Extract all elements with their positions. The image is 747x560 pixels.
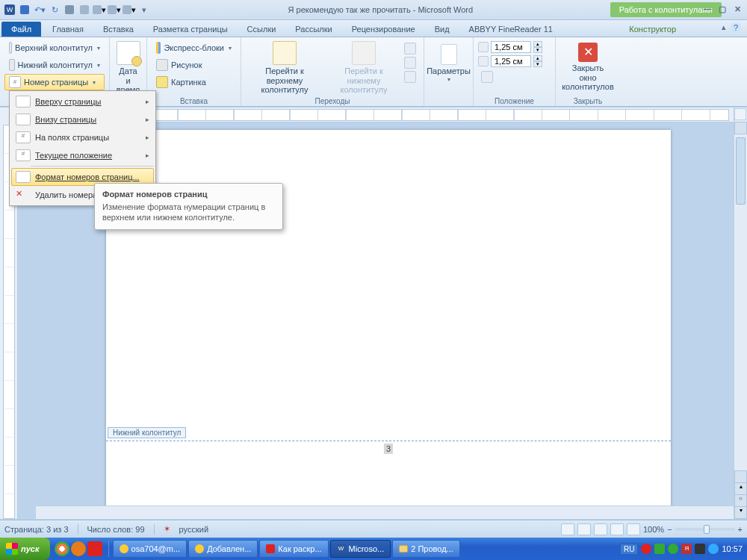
ql-chrome-icon[interactable] bbox=[55, 541, 69, 556]
preview-icon[interactable] bbox=[78, 3, 91, 16]
task-chrome[interactable]: osa704@m... bbox=[113, 540, 187, 558]
task-word[interactable]: WMicroso... bbox=[330, 540, 391, 558]
footer-label-tag: Нижний колонтитул bbox=[108, 427, 186, 438]
task-opera[interactable]: Как раскр... bbox=[259, 540, 328, 558]
page-number-button[interactable]: #Номер страницы bbox=[4, 74, 105, 90]
tray-icon[interactable] bbox=[708, 544, 719, 554]
link-previous-icon[interactable] bbox=[404, 71, 416, 83]
tab-references[interactable]: Ссылки bbox=[238, 22, 286, 37]
close-hf-label1: Закрыть окно bbox=[565, 63, 611, 82]
tab-abbyy[interactable]: ABBYY FineReader 11 bbox=[459, 22, 562, 37]
tab-layout[interactable]: Разметка страницы bbox=[143, 22, 238, 37]
tab-file[interactable]: Файл bbox=[1, 22, 41, 37]
browse-object-button[interactable]: ○ bbox=[734, 494, 747, 507]
next-section-icon[interactable] bbox=[404, 57, 416, 69]
save-icon[interactable] bbox=[18, 3, 31, 16]
footer-button[interactable]: Нижний колонтитул bbox=[4, 57, 105, 73]
datetime-button[interactable]: Дата и время bbox=[114, 40, 142, 96]
zoom-out-button[interactable]: − bbox=[667, 525, 672, 534]
menu-format-label: Формат номеров страниц... bbox=[35, 172, 140, 181]
footer-bottom-value[interactable]: 1,25 см bbox=[491, 55, 531, 67]
tray-icon[interactable]: Я bbox=[681, 544, 692, 554]
insert-tab-align-button[interactable] bbox=[478, 69, 551, 84]
tray-icon[interactable] bbox=[668, 544, 678, 554]
header-top-value[interactable]: 1,25 см bbox=[491, 41, 531, 53]
zoom-thumb[interactable] bbox=[704, 525, 710, 534]
scroll-up-button[interactable] bbox=[734, 122, 747, 134]
zoom-slider[interactable]: 100% − + bbox=[643, 525, 743, 534]
view-print-layout[interactable] bbox=[561, 523, 574, 535]
tray-icon[interactable] bbox=[695, 544, 705, 554]
qat-btn-b[interactable]: ▾ bbox=[108, 3, 121, 16]
scroll-thumb[interactable] bbox=[736, 137, 746, 205]
next-page-button[interactable]: ▾ bbox=[734, 506, 747, 519]
tab-home[interactable]: Главная bbox=[43, 22, 93, 37]
task-chrome2[interactable]: Добавлен... bbox=[188, 540, 258, 558]
ql-firefox-icon[interactable] bbox=[71, 541, 86, 556]
qat-customize[interactable]: ▾ bbox=[137, 3, 151, 16]
task-label-0: osa704@m... bbox=[131, 544, 181, 553]
page-number-field[interactable]: 3 bbox=[384, 444, 393, 454]
status-words[interactable]: Число слов: 99 bbox=[87, 525, 145, 534]
view-fullscreen[interactable] bbox=[577, 523, 591, 535]
clock[interactable]: 10:57 bbox=[722, 544, 743, 553]
quickparts-button[interactable]: Экспресс-блоки bbox=[152, 40, 236, 56]
zoom-in-button[interactable]: + bbox=[738, 525, 743, 534]
minimize-ribbon-icon[interactable]: ▴ bbox=[722, 22, 726, 33]
redo-icon[interactable]: ↻ bbox=[48, 3, 61, 16]
tray-icon[interactable] bbox=[641, 544, 651, 554]
tab-mailings[interactable]: Рассылки bbox=[285, 22, 341, 37]
undo-icon[interactable]: ↶▾ bbox=[33, 3, 46, 16]
start-button[interactable]: пуск bbox=[0, 538, 50, 560]
picture-button[interactable]: Рисунок bbox=[152, 57, 236, 73]
format-icon bbox=[16, 171, 31, 183]
spin-up[interactable]: ▴ bbox=[533, 41, 542, 47]
header-from-top[interactable]: 1,25 см▴▾ bbox=[478, 41, 551, 53]
header-icon bbox=[9, 42, 12, 54]
prev-page-button[interactable]: ▴ bbox=[734, 482, 747, 495]
horizontal-scrollbar[interactable] bbox=[36, 505, 734, 519]
prev-section-icon[interactable] bbox=[404, 43, 416, 55]
vertical-scrollbar[interactable]: ▴ ○ ▾ bbox=[734, 108, 747, 519]
qat-btn-c[interactable]: ▾ bbox=[123, 3, 136, 16]
view-outline[interactable] bbox=[610, 523, 624, 535]
spellcheck-icon[interactable]: ✶ bbox=[164, 524, 170, 534]
menu-top-of-page[interactable]: Вверху страницы bbox=[11, 93, 154, 111]
menu-page-margins[interactable]: #На полях страницы bbox=[11, 128, 154, 146]
header-button[interactable]: Верхний колонтитул bbox=[4, 40, 105, 56]
menu-bottom-of-page[interactable]: Внизу страницы bbox=[11, 111, 154, 128]
task-explorer[interactable]: 2 Провод... bbox=[392, 540, 460, 558]
ruler-toggle-button[interactable] bbox=[734, 108, 746, 120]
scroll-down-button[interactable] bbox=[734, 470, 747, 483]
qat-btn-a[interactable]: ▾ bbox=[93, 3, 106, 16]
maximize-button[interactable]: ▢ bbox=[717, 4, 728, 15]
spin-down[interactable]: ▾ bbox=[533, 61, 542, 67]
view-web[interactable] bbox=[594, 523, 607, 535]
tab-view[interactable]: Вид bbox=[425, 22, 459, 37]
ql-opera-icon[interactable] bbox=[87, 541, 102, 556]
view-draft[interactable] bbox=[627, 523, 640, 535]
status-language[interactable]: русский bbox=[179, 525, 208, 534]
spin-down[interactable]: ▾ bbox=[533, 47, 542, 53]
tray-icon[interactable] bbox=[654, 544, 665, 554]
tab-design-context[interactable]: Конструктор bbox=[619, 22, 686, 37]
tab-insert[interactable]: Вставка bbox=[93, 22, 143, 37]
spin-up[interactable]: ▴ bbox=[533, 55, 542, 61]
zoom-track[interactable] bbox=[675, 528, 735, 531]
print-icon[interactable] bbox=[63, 3, 76, 16]
close-hf-button[interactable]: ✕ Закрыть окно колонтитулов bbox=[560, 40, 616, 93]
minimize-button[interactable]: — bbox=[702, 4, 713, 15]
clipart-button[interactable]: Картинка bbox=[152, 74, 236, 90]
menu-current-position[interactable]: #Текущее положение bbox=[11, 146, 154, 164]
goto-header-icon bbox=[273, 41, 297, 65]
tab-review[interactable]: Рецензирование bbox=[342, 22, 425, 37]
close-button[interactable]: ✕ bbox=[732, 4, 743, 15]
word-task-icon: W bbox=[337, 544, 346, 553]
help-icon[interactable]: ? bbox=[731, 22, 741, 33]
goto-header-button[interactable]: Перейти к верхнему колонтитулу bbox=[246, 40, 323, 96]
options-button[interactable]: Параметры▾ bbox=[429, 40, 468, 84]
language-indicator[interactable]: RU bbox=[620, 544, 638, 555]
status-page[interactable]: Страница: 3 из 3 bbox=[4, 525, 69, 534]
footer-from-bottom[interactable]: 1,25 см▴▾ bbox=[478, 55, 551, 67]
zoom-value[interactable]: 100% bbox=[643, 525, 664, 534]
